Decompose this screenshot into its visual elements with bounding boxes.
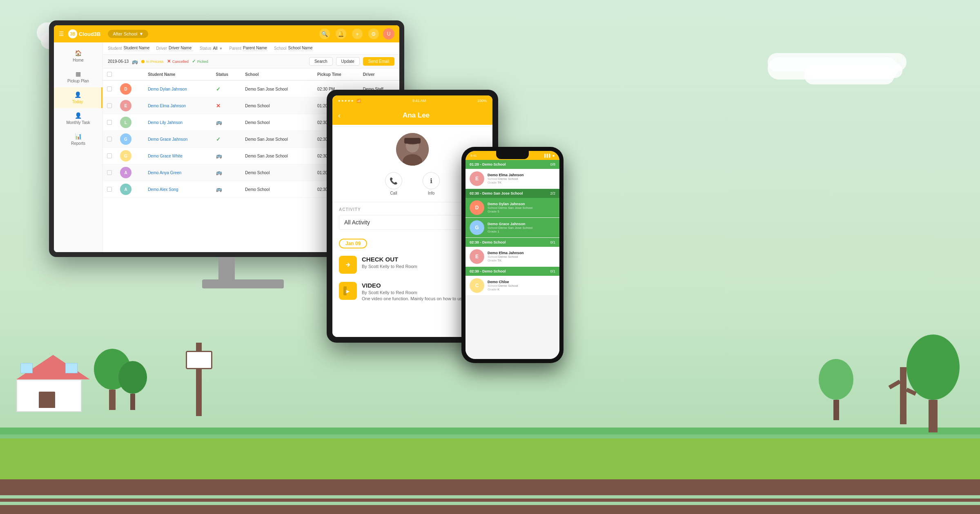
svg-rect-8 [343, 286, 347, 295]
th-driver: Driver [359, 69, 399, 80]
activity-dropdown-label: All Activity [344, 219, 370, 226]
call-action[interactable]: 📞 Call [385, 172, 402, 195]
row-status-1: ✓ [212, 80, 241, 97]
driver-value[interactable]: Driver Name [169, 46, 193, 51]
row-checkbox-4[interactable] [103, 131, 116, 148]
phone-item-school-5: School Demo School [488, 284, 555, 288]
video-icon: ▶ [339, 282, 357, 300]
sidebar-item-pickup-plan[interactable]: ▦ Pickup Plan [54, 66, 102, 87]
section-1-count: 0/8 [550, 162, 555, 166]
date-badge-text: Jan 09 [345, 241, 361, 246]
row-name-5[interactable]: Demo Grace White [144, 148, 212, 164]
search-header-icon[interactable]: 🔍 [319, 29, 330, 39]
grade-val-1: TK [497, 181, 501, 184]
logo-text: Cloud3B [79, 31, 100, 37]
sidebar-item-home[interactable]: 🏠 Home [54, 46, 102, 66]
search-button[interactable]: Search [309, 57, 333, 66]
update-button[interactable]: Update [336, 57, 360, 66]
row-checkbox-7[interactable] [103, 181, 116, 198]
settings-icon[interactable]: ⚙ [368, 29, 379, 39]
school-val-4: Demo School [498, 255, 518, 259]
student-value[interactable]: Student Name [123, 46, 149, 51]
phone-list-item-3[interactable]: E Demo Elma Jahnson School Demo School G… [466, 247, 559, 267]
user-avatar[interactable]: U [383, 28, 394, 40]
status-value[interactable]: All [213, 46, 217, 51]
avatar-svg [396, 133, 429, 166]
monitor-base [202, 279, 284, 288]
phone-item-info-4: Demo Elma Jahnson School Demo School Gra… [488, 251, 555, 262]
app-logo: 3B Cloud3B [68, 29, 100, 38]
svg-rect-4 [404, 138, 421, 144]
select-all-checkbox[interactable] [107, 72, 112, 77]
send-email-button[interactable]: Send Email [363, 57, 394, 66]
phone-battery: ■ [552, 154, 555, 157]
row-checkbox-2[interactable] [103, 97, 116, 114]
sign-post [196, 343, 202, 416]
phone-item-info-5: Demo Chloe School Demo School Grade K [488, 280, 555, 291]
avatar-circle-2: D [470, 200, 484, 215]
checkout-type: CHECK OUT [362, 256, 398, 263]
row-name-7[interactable]: Demo Alex Song [144, 181, 212, 198]
info-action[interactable]: ℹ Info [423, 172, 440, 195]
school-filter: School School Name [274, 46, 313, 51]
row-checkbox-1[interactable] [103, 80, 116, 97]
row-school-7: Demo School [241, 181, 313, 198]
student-label: Student [108, 46, 122, 51]
phone-item-name-3: Demo Grace Jahnson [488, 222, 555, 226]
grade-label-5: Grade [488, 288, 497, 291]
section-2-header-text: 02:30 - Demo San Jose School [470, 191, 523, 195]
row-name-6[interactable]: Demo Anya Green [144, 164, 212, 181]
school-val-3: Demo San Jose School [498, 226, 532, 230]
toolbar: 2019-06-13 🚌 In Process ✕ Cancelled ✓ [103, 55, 399, 69]
sidebar-monthly-label: Monthly Task [66, 120, 90, 125]
phone-item-name-4: Demo Elma Jahnson [488, 251, 555, 255]
tablet-back-button[interactable]: ‹ [338, 111, 341, 120]
status-label: Status [200, 46, 211, 51]
grade-label-1: Grade [488, 181, 497, 184]
checkout-icon [339, 256, 357, 274]
phone-list-item[interactable]: E Demo Elma Jahnson School Demo School G… [466, 169, 559, 189]
parent-value[interactable]: Parent Name [243, 46, 267, 51]
nav-after-school[interactable]: After School ▼ [108, 30, 148, 38]
row-school-6: Demo School [241, 164, 313, 181]
battery-status: 100% [477, 99, 487, 103]
menu-icon[interactable]: ☰ [59, 31, 64, 37]
sidebar-item-monthly-task[interactable]: 👤 Monthly Task [54, 108, 102, 129]
phone-list-item-4[interactable]: C Demo Chloe School Demo School Grade K [466, 276, 559, 296]
tablet-title: Ana Lee [345, 111, 487, 120]
row-checkbox-6[interactable] [103, 164, 116, 181]
row-status-5: 🚌 [212, 148, 241, 164]
house-window-l [20, 363, 33, 373]
section-3-header-text: 02:30 - Demo School [470, 240, 506, 244]
row-status-2: ✕ [212, 97, 241, 114]
monitor-stand [202, 257, 251, 298]
row-checkbox-5[interactable] [103, 148, 116, 164]
sidebar-item-reports[interactable]: 📊 Reports [54, 129, 102, 150]
row-name-2[interactable]: Demo Elma Jahnson [144, 97, 212, 114]
phone-list-item-selected-2[interactable]: G Demo Grace Jahnson School Demo San Jos… [466, 218, 559, 238]
parent-filter: Parent Parent Name [229, 46, 267, 51]
row-school-4: Demo San Jose School [241, 131, 313, 148]
row-status-6: 🚌 [212, 164, 241, 181]
phone-item-info-2: Demo Dylan Jahnson School Demo San Jose … [488, 202, 555, 213]
profile-actions: 📞 Call ℹ Info [385, 172, 440, 195]
phone-item-school-3: School Demo San Jose School [488, 226, 555, 230]
phone-item-school-4: School Demo School [488, 255, 555, 259]
monitor-neck [218, 257, 235, 279]
row-name-3[interactable]: Demo Lily Jahnson [144, 114, 212, 131]
tablet-status-bar: ● ● ● ● ● 📶 9:41 AM 100% [332, 95, 492, 106]
nav-label: After School [113, 31, 137, 36]
phone-list-item-selected-1[interactable]: D Demo Dylan Jahnson School Demo San Jos… [466, 198, 559, 218]
grass-band-2 [0, 434, 980, 439]
sidebar-item-today[interactable]: 👤 Today [54, 87, 102, 108]
school-value[interactable]: School Name [288, 46, 313, 51]
row-avatar-5: G [116, 148, 144, 164]
row-name-1[interactable]: Demo Dylan Jahnson [144, 80, 212, 97]
avatar-circle-5: C [470, 278, 484, 293]
pickup-icon: ▦ [76, 71, 81, 77]
phone-section-header-3: 02:30 - Demo School 0/1 [466, 238, 559, 247]
bell-icon[interactable]: 🔔 [336, 29, 346, 39]
row-name-4[interactable]: Demo Grace Jahnson [144, 131, 212, 148]
row-checkbox-3[interactable] [103, 114, 116, 131]
add-icon[interactable]: + [352, 29, 363, 39]
